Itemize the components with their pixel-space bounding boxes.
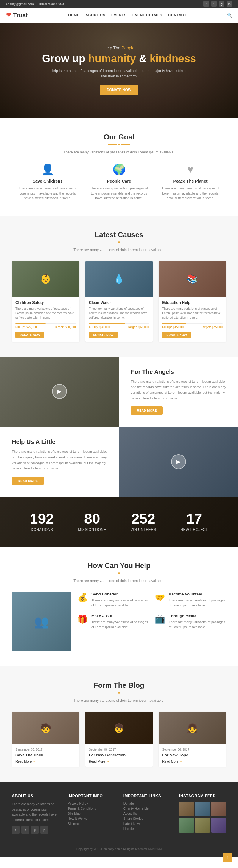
facebook-icon[interactable]: f — [203, 1, 209, 6]
angels-image: ▶ — [0, 356, 119, 427]
cause-btn-0[interactable]: Donate Now — [15, 332, 44, 338]
footer-link-0[interactable]: Donate — [124, 802, 170, 805]
help-title: How Can You Help — [12, 561, 226, 570]
goal-icon-2: ♥ — [161, 163, 220, 176]
goal-title-1: People Care — [89, 179, 149, 184]
divider-dot — [118, 241, 120, 243]
goal-title-0: Save Childrens — [18, 179, 77, 184]
read-more-0[interactable]: Read More → — [15, 760, 76, 763]
footer-link-1[interactable]: Charity Home List — [124, 807, 170, 810]
helpus-play-button[interactable]: ▶ — [171, 454, 186, 469]
footer-info-link-2[interactable]: Site Map — [68, 812, 114, 815]
footer-pinterest-icon[interactable]: p — [40, 826, 48, 834]
search-icon[interactable]: 🔍 — [227, 13, 232, 18]
nav-contact[interactable]: Contact — [168, 13, 186, 17]
blog-grid: 🧒 September 06, 2017 Save The Child Read… — [12, 712, 226, 767]
divider-line-left — [108, 573, 117, 574]
help-divider — [12, 572, 226, 574]
stat-1: 80 Mission Done — [78, 512, 106, 532]
footer-link-2[interactable]: About Us — [124, 812, 170, 815]
blog-date-0: September 06, 2017 — [15, 748, 76, 751]
divider-line-left — [108, 242, 117, 243]
footer-about-title: About Us — [12, 794, 59, 798]
footer-link-5[interactable]: Liabities — [124, 827, 170, 831]
stat-number-1: 80 — [78, 512, 106, 526]
footer-about-text: There are many variations of passages of… — [12, 802, 59, 823]
top-bar-contact: charity@gmail.com +8801700000000 — [6, 2, 64, 6]
insta-thumb-1[interactable] — [195, 802, 210, 816]
helpus-btn[interactable]: Read More — [12, 476, 44, 485]
read-more-1[interactable]: Read More → — [89, 760, 149, 763]
scroll-to-top-button[interactable]: ↑ — [223, 853, 232, 857]
footer-links-col: Important Links Donate Charity Home List… — [124, 794, 170, 834]
goal-icon-1: 🌍 — [89, 163, 149, 176]
cause-bar-2 — [162, 323, 186, 324]
nav-events[interactable]: Events — [111, 13, 127, 17]
cause-card-1: 💧 Clean Water There are many variations … — [86, 261, 153, 342]
footer-info-link-0[interactable]: Privacy Policy — [68, 802, 114, 805]
copyright-text: Copyright @ 2013 Company name All rights… — [76, 847, 162, 851]
help-item-1: 🤝 Become Volunteer There are many variat… — [155, 592, 226, 608]
hero-title-plain: Grow up — [42, 53, 88, 65]
footer-google-icon[interactable]: g — [31, 826, 39, 834]
nav-about[interactable]: About Us — [86, 13, 105, 17]
cause-btn-1[interactable]: Donate Now — [89, 332, 118, 338]
hero-subtitle: Help The People — [42, 45, 196, 50]
logo[interactable]: ❤ Trust — [6, 11, 28, 19]
divider-dot — [118, 692, 120, 694]
helpus-image: ▶ — [119, 427, 238, 497]
help-items: 💰 Send Donation There are many variation… — [77, 592, 226, 629]
footer-twitter-icon[interactable]: t — [22, 826, 29, 834]
donate-icon: 💰 — [77, 592, 88, 602]
email-display: charity@gmail.com — [6, 2, 34, 6]
cause-progress-2 — [162, 323, 223, 324]
footer-info-link-1[interactable]: Terms & Conditions — [68, 807, 114, 810]
linkedin-icon[interactable]: in — [227, 1, 232, 6]
footer-grid: About Us There are many variations of pa… — [12, 794, 226, 834]
insta-thumb-5[interactable] — [211, 818, 226, 833]
help-group-photo: 👥 — [12, 592, 71, 651]
angels-play-button[interactable]: ▶ — [52, 384, 67, 399]
blog-date-1: September 06, 2017 — [89, 748, 149, 751]
blog-post-title-0: Save The Child — [15, 753, 76, 757]
footer: About Us There are many variations of pa… — [0, 782, 238, 857]
blog-date-2: September 06, 2017 — [162, 748, 223, 751]
cause-stats-0: Fill up: $25,000 Target: $50,000 — [15, 326, 76, 329]
footer-info-link-4[interactable]: Sitemap — [68, 822, 114, 826]
footer-facebook-icon[interactable]: f — [12, 826, 20, 834]
read-more-2[interactable]: Read More → — [162, 760, 223, 763]
cause-btn-2[interactable]: Donate Now — [162, 332, 191, 338]
hero-cta-button[interactable]: Donate Now — [100, 85, 138, 95]
goal-desc-1: There are many variants of passages of L… — [89, 186, 149, 201]
insta-thumb-0[interactable] — [179, 802, 194, 816]
footer-info-link-3[interactable]: How It Works — [68, 817, 114, 820]
insta-thumb-2[interactable] — [211, 802, 226, 816]
blog-card-2: 👧 September 06, 2017 For New Hope Read M… — [159, 712, 226, 767]
blog-body-1: September 06, 2017 For New Generation Re… — [86, 744, 153, 767]
cause-fillup-2: Fill up: $15,000 — [162, 326, 183, 329]
footer-bottom: Copyright @ 2013 Company name All rights… — [12, 843, 226, 851]
stat-number-3: 17 — [180, 512, 208, 526]
nav-home[interactable]: Home — [68, 13, 79, 17]
help-grid: 👥 💰 Send Donation There are many variati… — [12, 592, 226, 651]
google-icon[interactable]: g — [219, 1, 224, 6]
insta-thumb-3[interactable] — [179, 818, 194, 833]
cause-card-0: 👶 Children Safety There are many variati… — [12, 261, 79, 342]
footer-link-4[interactable]: Latest News — [124, 822, 170, 826]
angels-btn[interactable]: Read More — [131, 406, 163, 415]
blog-post-title-2: For New Hope — [162, 753, 223, 757]
twitter-icon[interactable]: t — [211, 1, 216, 6]
blog-img-0: 🧒 — [12, 712, 79, 744]
stat-number-0: 192 — [30, 512, 54, 526]
hero-section: Help The People Grow up humanity & kindn… — [0, 23, 238, 118]
help-item-desc-1: There are many variations of passages of… — [169, 598, 226, 608]
help-item-text-1: Become Volunteer There are many variatio… — [169, 592, 226, 608]
phone-display: +8801700000000 — [38, 2, 64, 6]
blog-desc: There are many variations of doin Lorem … — [12, 699, 226, 703]
our-goal-section: Our Goal There are many variations of pa… — [0, 118, 238, 216]
cause-progress-1 — [89, 323, 149, 324]
nav-event-details[interactable]: Event Details — [132, 13, 162, 17]
insta-thumb-4[interactable] — [195, 818, 210, 833]
footer-link-3[interactable]: Share Stories — [124, 817, 170, 820]
footer-about: About Us There are many variations of pa… — [12, 794, 59, 834]
